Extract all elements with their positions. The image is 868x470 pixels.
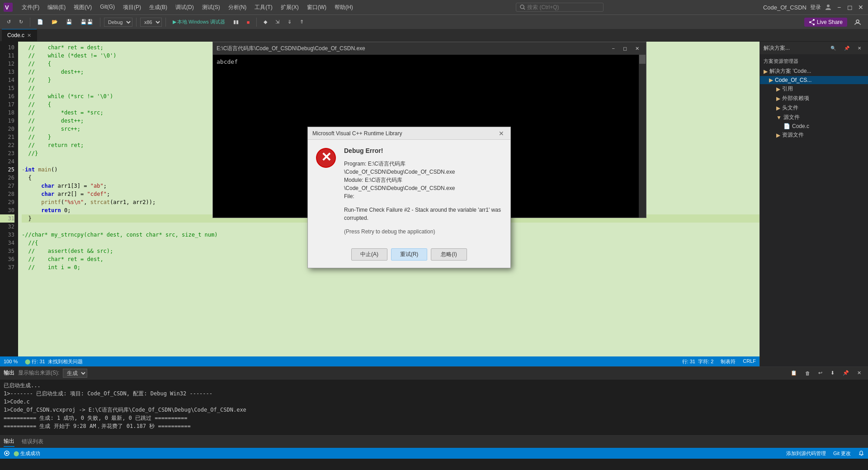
live-share-label: Live Share <box>817 19 843 25</box>
save-all-btn[interactable]: 💾💾 <box>77 18 96 26</box>
output-tab-output[interactable]: 输出 <box>4 437 14 447</box>
close-button[interactable]: ✕ <box>857 4 864 11</box>
share-icon <box>809 19 815 25</box>
tree-item-source[interactable]: ▼ 源文件 <box>760 113 868 122</box>
toolbar: ↺ ↻ 📄 📂 💾 💾💾 Debug x86 ▶ 本地 Windows 调试器 … <box>0 14 868 29</box>
run-label: 本地 Windows 调试器 <box>177 19 225 25</box>
git-changes[interactable]: Git 更改 <box>833 450 851 457</box>
separator-5 <box>256 18 257 27</box>
dialog-ignore-button[interactable]: 忽略(I) <box>431 248 467 261</box>
vs-logo-icon: V <box>4 3 13 12</box>
menu-file[interactable]: 文件(F) <box>18 3 43 12</box>
dialog-close-button[interactable]: ✕ <box>497 130 506 137</box>
new-btn[interactable]: 📄 <box>34 18 47 26</box>
line-num: 28 <box>0 190 14 198</box>
step-out-btn[interactable]: ⇑ <box>297 18 307 26</box>
restore-button[interactable]: ◻ <box>846 4 854 11</box>
console-output: abcdef <box>213 55 646 69</box>
dialog-retry-button[interactable]: 重试(R) <box>391 248 427 261</box>
step-over-btn[interactable]: ⇲ <box>272 18 283 26</box>
menu-build[interactable]: 生成(B) <box>146 3 171 12</box>
step-into-btn[interactable]: ⇓ <box>284 18 295 26</box>
line-num: 14 <box>0 76 14 84</box>
dialog-program: Program: E:\C语言代码库\Code_Of_CSDN\Debug\Co… <box>344 160 503 176</box>
output-clear-btn[interactable]: 🗑 <box>802 369 813 377</box>
dialog-abort-button[interactable]: 中止(A) <box>351 248 387 261</box>
expand-icon: ▶ <box>776 86 780 92</box>
tree-item-headers[interactable]: ▶ 头文件 <box>760 103 868 113</box>
svg-point-4 <box>827 5 830 7</box>
menu-extensions[interactable]: 扩展(X) <box>277 3 302 12</box>
search-bar[interactable] <box>516 3 604 12</box>
tree-item-code-c[interactable]: 📄 Code.c <box>760 122 868 130</box>
solution-close-btn[interactable]: ✕ <box>854 44 864 52</box>
dialog-error-body: Program: E:\C语言代码库\Code_Of_CSDN\Debug\Co… <box>344 160 503 236</box>
tree-item-refs[interactable]: ▶ 引用 <box>760 84 868 94</box>
search-input[interactable] <box>527 4 599 10</box>
expand-icon: ▼ <box>776 114 782 121</box>
menu-test[interactable]: 测试(S) <box>198 3 224 12</box>
tree-item-resources[interactable]: ▶ 资源文件 <box>760 130 868 140</box>
output-wrap-btn[interactable]: ↩ <box>815 369 826 377</box>
run-btn[interactable]: ▶ 本地 Windows 调试器 <box>170 17 228 27</box>
solution-search-btn[interactable]: 🔍 <box>827 44 839 52</box>
dialog-buttons: 中止(A) 重试(R) 忽略(I) <box>308 243 510 268</box>
editor-line-ending: CRLF <box>743 358 756 365</box>
console-minimize[interactable]: − <box>609 44 618 53</box>
collab-btn[interactable] <box>851 17 864 27</box>
breakpoints-btn[interactable]: ◆ <box>260 18 270 26</box>
tree-item-solution[interactable]: ▶ 解决方案 'Code... <box>760 66 868 76</box>
error-dialog[interactable]: Microsoft Visual C++ Runtime Library ✕ ✕… <box>307 127 511 268</box>
svg-point-10 <box>856 20 859 23</box>
tree-label: 外部依赖项 <box>782 95 809 102</box>
console-controls: − ◻ ✕ <box>609 44 642 53</box>
minimize-button[interactable]: − <box>835 4 843 11</box>
console-scrollbar[interactable] <box>639 55 646 218</box>
pause-btn[interactable]: ▮▮ <box>230 18 242 26</box>
dialog-file: File: <box>344 192 503 200</box>
line-num: 12 <box>0 60 14 68</box>
menu-window[interactable]: 窗口(W) <box>303 3 330 12</box>
output-close-btn[interactable]: ✕ <box>854 369 864 377</box>
add-source-label[interactable]: 添加到源代码管理 <box>786 450 826 457</box>
menu-git[interactable]: Git(G) <box>96 3 118 12</box>
tab-close-code-c[interactable]: ✕ <box>27 33 31 38</box>
live-share-button[interactable]: Live Share <box>804 18 847 27</box>
redo-btn[interactable]: ↻ <box>16 18 26 26</box>
stop-btn[interactable]: ■ <box>244 18 253 26</box>
menu-debug[interactable]: 调试(D) <box>172 3 198 12</box>
line-numbers: 10 11 12 13 14 15 16 17 18 19 20 21 22 2… <box>0 42 18 366</box>
menu-tools[interactable]: 工具(T) <box>251 3 276 12</box>
line-num: 16 <box>0 92 14 100</box>
menu-help[interactable]: 帮助(H) <box>331 3 357 12</box>
title-bar-left: V 文件(F) 编辑(E) 视图(V) Git(G) 项目(P) 生成(B) 调… <box>4 3 357 12</box>
console-scroll-thumb[interactable] <box>639 55 646 64</box>
open-btn[interactable]: 📂 <box>48 18 61 26</box>
console-close[interactable]: ✕ <box>632 44 642 53</box>
save-btn[interactable]: 💾 <box>63 18 75 26</box>
menu-edit[interactable]: 编辑(E) <box>44 3 69 12</box>
tree-item-project[interactable]: ▶ Code_Of_CS... <box>760 76 868 84</box>
output-tab-errors[interactable]: 错误列表 <box>22 437 43 446</box>
login-btn[interactable]: 登录 <box>810 4 821 11</box>
menu-project[interactable]: 项目(P) <box>119 3 145 12</box>
output-scroll-btn[interactable]: ⬇ <box>827 369 838 377</box>
output-pin-btn[interactable]: 📌 <box>840 369 852 377</box>
expand-icon: ▶ <box>776 105 780 111</box>
output-copy-btn[interactable]: 📋 <box>788 369 800 377</box>
undo-btn[interactable]: ↺ <box>4 18 14 26</box>
line-num: 25 <box>0 166 14 174</box>
editor-zoom[interactable]: 100 % <box>4 359 18 364</box>
line-num: 27 <box>0 182 14 190</box>
tree-label: Code_Of_CS... <box>775 77 811 83</box>
platform-select[interactable]: x86 <box>140 18 162 27</box>
console-restore[interactable]: ◻ <box>620 44 630 53</box>
output-source-select[interactable]: 生成 <box>63 369 87 378</box>
debug-config-select[interactable]: Debug <box>104 18 132 27</box>
menu-view[interactable]: 视图(V) <box>70 3 95 12</box>
output-toolbar: 输出 显示输出来源(S): 生成 📋 🗑 ↩ ⬇ 📌 ✕ <box>0 367 868 380</box>
tree-item-external[interactable]: ▶ 外部依赖项 <box>760 94 868 103</box>
tab-code-c[interactable]: Code.c ✕ <box>2 29 37 42</box>
menu-analyze[interactable]: 分析(N) <box>225 3 250 12</box>
solution-pin-btn[interactable]: 📌 <box>841 44 853 52</box>
